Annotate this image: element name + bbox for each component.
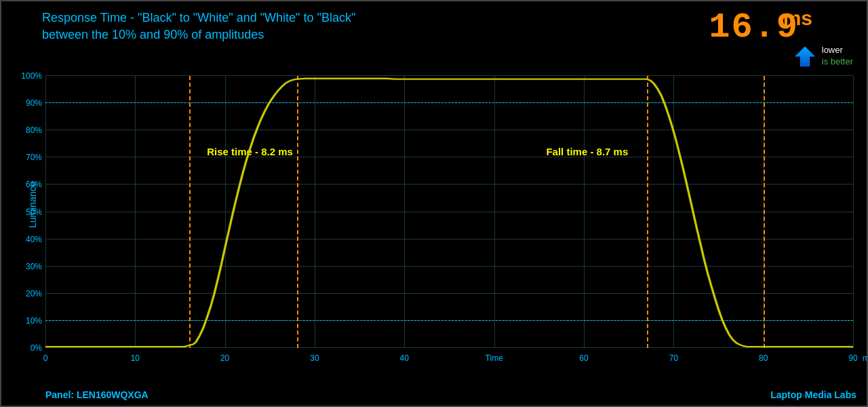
x-tick-0: 0 <box>43 353 48 363</box>
y-tick-70: 70% <box>26 153 42 162</box>
lower-better-text: lower is better <box>822 45 853 68</box>
x-tick-40: 40 <box>400 353 409 363</box>
y-tick-10: 10% <box>26 316 42 326</box>
x-tick-70: 70 <box>669 353 678 363</box>
y-tick-80: 80% <box>26 125 42 135</box>
y-tick-0: 0% <box>31 343 42 353</box>
y-tick-30: 30% <box>26 262 42 271</box>
x-tick-10: 10 <box>131 353 140 363</box>
x-tick-ms: ms <box>863 353 868 363</box>
y-tick-100: 100% <box>21 71 42 81</box>
x-tick-80: 80 <box>759 353 768 363</box>
x-tick-time: Time <box>486 353 503 363</box>
brand-label: Laptop Media Labs <box>770 389 856 400</box>
svg-marker-0 <box>795 47 815 66</box>
y-tick-90: 90% <box>26 98 42 108</box>
y-tick-60: 60% <box>26 180 42 189</box>
chart-container: Response Time - "Black" to "White" and "… <box>0 0 868 407</box>
y-tick-20: 20% <box>26 289 42 298</box>
y-tick-40: 40% <box>26 235 42 244</box>
x-tick-90: 90 <box>848 353 857 363</box>
x-tick-30: 30 <box>310 353 319 363</box>
waveform-line <box>45 79 853 347</box>
x-tick-20: 20 <box>220 353 229 363</box>
panel-label: Panel: LEN160WQXGA <box>45 389 149 400</box>
lower-better-badge: lower is better <box>792 43 853 69</box>
y-tick-50: 50% <box>26 208 42 217</box>
response-time-value: 16.9 <box>709 10 799 45</box>
waveform-svg <box>45 76 853 348</box>
plot-area: 100% 90% 80% 70% 60% 50% 40% 30% 20% 10%… <box>45 76 853 348</box>
x-tick-60: 60 <box>579 353 588 363</box>
arrow-down-icon <box>792 43 818 69</box>
